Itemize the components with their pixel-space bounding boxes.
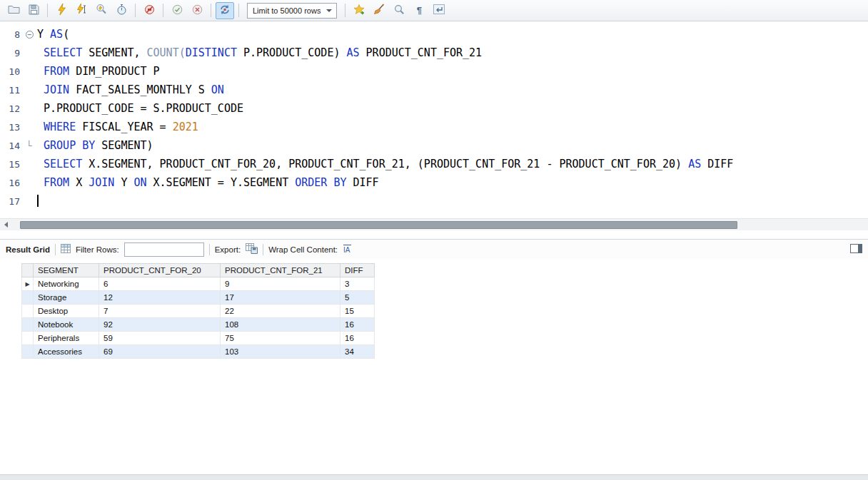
code-line[interactable]: 9 SELECT SEGMENT, COUNT(DISTINCT P.PRODU… [0,44,868,62]
grid-cell[interactable]: Peripherals [34,332,99,345]
code-line[interactable]: 12 P.PRODUCT_CODE = S.PRODUCT_CODE [0,99,868,118]
export-icon[interactable] [246,243,258,255]
sql-editor[interactable]: 8−Y AS(9 SELECT SEGMENT, COUNT(DISTINCT … [0,21,868,218]
toolbar-separator [163,4,163,17]
rollback-button[interactable] [188,2,206,19]
code-line[interactable]: 14└ GROUP BY SEGMENT) [0,136,868,155]
commit-button[interactable] [168,2,186,19]
grid-cell[interactable]: Notebook [34,318,99,332]
filter-rows-input[interactable] [124,242,204,257]
grid-cell[interactable]: 12 [99,291,221,305]
side-panel-toggle-button[interactable] [850,244,862,255]
show-invisibles-button[interactable]: ¶ [410,2,428,19]
grid-cell[interactable]: 103 [221,345,340,359]
table-row[interactable]: Accessories6910334 [22,345,375,359]
autocommit-icon [219,4,231,17]
find-button[interactable] [390,2,408,19]
column-header[interactable]: SEGMENT [34,264,99,277]
grid-cell[interactable]: 16 [340,318,375,332]
code-line[interactable]: 13 WHERE FISCAL_YEAR = 2021 [0,118,868,136]
current-row-marker[interactable]: ▶ [22,277,34,291]
row-marker-cell[interactable] [22,291,34,305]
svg-text:IA: IA [343,246,350,254]
grid-cell[interactable]: 15 [340,305,375,318]
limit-rows-value: Limit to 50000 rows [253,6,321,15]
scrollbar-thumb[interactable] [20,221,737,229]
grid-cell[interactable]: 3 [340,277,375,291]
line-number: 11 [0,85,21,96]
table-row[interactable]: Desktop72215 [22,305,375,318]
code-line[interactable]: 10 FROM DIM_PRODUCT P [0,62,868,81]
pilcrow-icon: ¶ [417,6,422,15]
execute-button[interactable] [52,2,71,19]
execute-current-statement-button[interactable] [72,2,91,19]
table-row[interactable]: Notebook9210816 [22,318,375,332]
code-text: JOIN FACT_SALES_MONTHLY S ON [37,83,224,96]
grid-cell[interactable]: Accessories [34,345,99,359]
row-marker-cell[interactable] [22,318,34,332]
grid-cell[interactable]: 9 [221,277,340,291]
code-text: Y AS( [37,28,69,41]
toggle-autocommit-button[interactable] [216,2,234,19]
star-plus-icon [353,4,365,17]
code-text: FROM X JOIN Y ON X.SEGMENT = Y.SEGMENT O… [37,176,379,189]
open-script-button[interactable] [4,2,23,19]
save-snippet-button[interactable] [350,2,368,19]
scroll-left-button[interactable] [0,220,11,230]
sql-editor-toolbar: Limit to 50000 rows ¶ [0,0,868,21]
grid-cell[interactable]: 34 [340,345,375,359]
toggle-stop-on-error-button[interactable] [140,2,158,19]
code-line[interactable]: 15 SELECT X.SEGMENT, PRODUCT_CNT_FOR_20,… [0,155,868,173]
table-row[interactable]: Peripherals597516 [22,332,375,345]
grid-cell[interactable]: 75 [221,332,340,345]
chevron-down-icon [326,9,332,12]
grid-cell[interactable]: 5 [340,291,375,305]
grid-cell[interactable]: 22 [221,305,340,318]
grid-cell[interactable]: 108 [221,318,340,332]
result-grid-icon[interactable] [61,244,71,255]
grid-cell[interactable]: 17 [221,291,340,305]
row-marker-cell[interactable] [22,305,34,318]
limit-rows-dropdown[interactable]: Limit to 50000 rows [247,3,337,19]
text-caret [37,195,39,207]
row-marker-cell[interactable] [22,345,34,359]
line-number: 9 [0,48,21,58]
editor-horizontal-scrollbar[interactable] [0,218,868,230]
toolbar-separator [263,244,263,255]
line-number: 10 [0,66,21,77]
toolbar-separator [55,244,56,255]
code-line[interactable]: 17 [0,192,868,210]
explain-plan-button[interactable] [92,2,111,19]
stop-query-button[interactable] [112,2,131,19]
line-number: 16 [0,178,21,188]
filter-rows-label: Filter Rows: [76,245,119,254]
toolbar-separator [238,4,239,17]
table-row[interactable]: ▶Networking693 [22,277,375,291]
column-header[interactable]: PRODUCT_CNT_FOR_20 [99,264,221,277]
table-row[interactable]: Storage12175 [22,291,375,305]
grid-cell[interactable]: 7 [99,305,221,318]
row-marker-cell[interactable] [22,332,34,345]
code-line[interactable]: 8−Y AS( [0,25,868,44]
grid-cell[interactable]: 59 [99,332,221,345]
grid-cell[interactable]: Storage [34,291,99,305]
column-header[interactable]: DIFF [340,264,375,277]
save-icon [29,4,39,17]
code-line[interactable]: 11 JOIN FACT_SALES_MONTHLY S ON [0,81,868,99]
toggle-word-wrap-button[interactable] [430,2,448,19]
grid-cell[interactable]: 69 [99,345,221,359]
grid-cell[interactable]: 6 [99,277,221,291]
code-line[interactable]: 16 FROM X JOIN Y ON X.SEGMENT = Y.SEGMEN… [0,173,868,192]
column-header[interactable]: PRODUCT_CNT_FOR_21 [221,264,340,277]
fold-collapse-icon[interactable]: − [21,31,37,39]
grid-cell[interactable]: 92 [99,318,221,332]
wrap-cell-content-icon[interactable]: IA [343,244,355,255]
export-label: Export: [215,245,241,254]
beautify-sql-button[interactable] [370,2,388,19]
grid-cell[interactable]: Networking [34,277,99,291]
save-script-button[interactable] [24,2,43,19]
grid-cell[interactable]: Desktop [34,305,99,318]
stop-on-error-icon [144,4,155,17]
grid-cell[interactable]: 16 [340,332,375,345]
result-grid-title: Result Grid [6,245,50,254]
